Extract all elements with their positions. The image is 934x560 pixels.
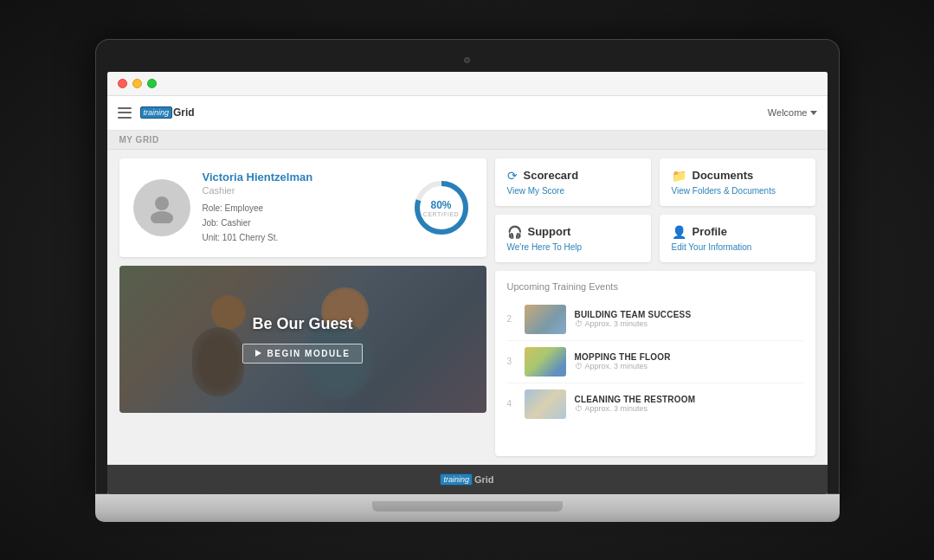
profile-role-display: Cashier [203, 185, 398, 196]
app-logo: training Grid [140, 106, 195, 119]
nav-bar: training Grid Welcome [107, 96, 828, 131]
tile-profile-title: Profile [692, 225, 727, 238]
event-duration-2: ⏱ Approx. 3 minutes [575, 362, 803, 370]
tile-scorecard-title: Scorecard [524, 169, 579, 182]
page-section-label: MY GRID [107, 131, 828, 150]
tiles-grid: ⟳ Scorecard View My Score 📁 Documents [495, 158, 815, 262]
certified-percent: 80% [423, 198, 459, 210]
left-column: Victoria Hientzelman Cashier Role: Emplo… [119, 158, 486, 456]
profile-icon: 👤 [672, 225, 686, 239]
profile-card: Victoria Hientzelman Cashier Role: Emplo… [119, 158, 486, 257]
event-thumb-1 [525, 305, 566, 334]
event-row-2[interactable]: 3 MOPPING THE FLOOR ⏱ Approx. 3 minutes [507, 341, 803, 383]
tile-documents[interactable]: 📁 Documents View Folders & Documents [660, 158, 815, 206]
begin-module-button[interactable]: BEGIN MODULE [242, 344, 364, 364]
footer-logo-training: training [440, 473, 473, 486]
tile-documents-link[interactable]: View Folders & Documents [672, 186, 803, 196]
event-row-3[interactable]: 4 CLEANING THE RESTROOM ⏱ Approx. 3 minu… [507, 383, 803, 425]
event-info-2: MOPPING THE FLOOR ⏱ Approx. 3 minutes [575, 352, 803, 370]
tile-profile[interactable]: 👤 Profile Edit Your Information [660, 215, 815, 262]
event-num-3: 4 [507, 399, 516, 409]
event-num-1: 2 [507, 314, 516, 324]
certified-circle: 80% CERTIFIED [410, 177, 473, 239]
support-icon: 🎧 [507, 225, 522, 239]
welcome-menu[interactable]: Welcome [768, 107, 817, 118]
profile-unit-detail: Unit: 101 Cherry St. [203, 230, 398, 245]
events-card: Upcoming Training Events 2 BUILDING TEAM… [495, 271, 815, 456]
laptop-screen: training Grid Welcome MY GRID [107, 72, 828, 494]
banner-content: Be Our Guest BEGIN MODULE [242, 315, 364, 364]
avatar [133, 179, 190, 236]
tile-scorecard[interactable]: ⟳ Scorecard View My Score [495, 158, 651, 206]
event-name-1: BUILDING TEAM SUCCESS [575, 310, 803, 319]
module-banner[interactable]: Be Our Guest BEGIN MODULE [119, 266, 486, 413]
svg-point-1 [151, 211, 173, 223]
tile-support-link[interactable]: We're Here To Help [507, 242, 639, 252]
event-row-1[interactable]: 2 BUILDING TEAM SUCCESS ⏱ Approx. 3 minu… [507, 299, 803, 341]
event-name-2: MOPPING THE FLOOR [575, 352, 803, 362]
profile-name: Victoria Hientzelman [203, 171, 398, 183]
documents-icon: 📁 [672, 169, 686, 183]
right-column: ⟳ Scorecard View My Score 📁 Documents [495, 158, 815, 456]
profile-job-detail: Job: Cashier [203, 216, 398, 230]
profile-info: Victoria Hientzelman Cashier Role: Emplo… [203, 171, 398, 245]
events-title: Upcoming Training Events [507, 281, 803, 292]
event-thumb-2 [525, 347, 566, 377]
event-info-3: CLEANING THE RESTROOM ⏱ Approx. 3 minute… [575, 395, 803, 413]
event-thumb-3 [525, 389, 566, 419]
event-duration-3: ⏱ Approx. 3 minutes [575, 404, 803, 413]
svg-point-0 [155, 196, 169, 210]
event-info-1: BUILDING TEAM SUCCESS ⏱ Approx. 3 minute… [575, 310, 803, 328]
tile-support-title: Support [528, 225, 571, 238]
app-footer: training Grid [107, 465, 828, 494]
tile-documents-title: Documents [692, 169, 754, 182]
window-controls-bar [107, 72, 828, 96]
event-duration-1: ⏱ Approx. 3 minutes [575, 319, 803, 328]
banner-title: Be Our Guest [242, 315, 364, 333]
logo-training: training [140, 106, 173, 119]
logo-grid: Grid [173, 106, 195, 119]
certified-label: CERTIFIED [423, 210, 459, 216]
footer-logo-grid: Grid [474, 474, 494, 485]
tile-support[interactable]: 🎧 Support We're Here To Help [495, 215, 651, 262]
minimize-button[interactable] [132, 79, 142, 88]
hamburger-menu[interactable] [118, 107, 132, 119]
tile-scorecard-link[interactable]: View My Score [507, 186, 639, 196]
scorecard-icon: ⟳ [507, 169, 518, 183]
profile-role-detail: Role: Employee [203, 201, 398, 216]
tile-profile-link[interactable]: Edit Your Information [672, 242, 803, 252]
event-name-3: CLEANING THE RESTROOM [575, 395, 803, 404]
close-button[interactable] [118, 79, 127, 88]
maximize-button[interactable] [147, 79, 157, 88]
main-content: Victoria Hientzelman Cashier Role: Emplo… [107, 150, 828, 465]
event-num-2: 3 [507, 357, 516, 366]
